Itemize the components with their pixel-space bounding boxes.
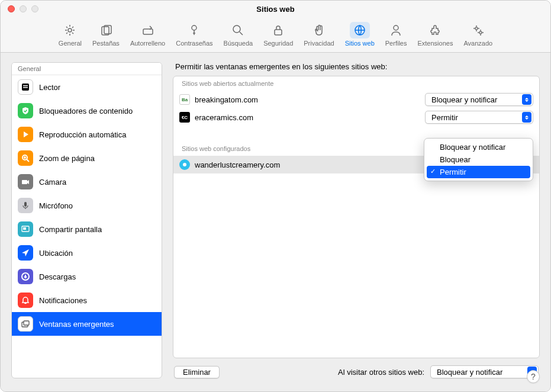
dropdown-option[interactable]: Bloquear xyxy=(427,153,530,166)
sidebar-item-label: Reproducción automática xyxy=(39,130,126,139)
svg-rect-15 xyxy=(22,180,27,184)
svg-rect-18 xyxy=(23,227,26,230)
site-name: wanderlustcreamery.com xyxy=(195,160,420,169)
default-policy-label: Al visitar otros sitios web: xyxy=(338,368,424,377)
sidebar-item-ventanas[interactable]: Ventanas emergentes xyxy=(12,312,162,336)
sidebar-item-descargas[interactable]: Descargas xyxy=(12,265,162,288)
sidebar-item-label: Lector xyxy=(39,83,60,92)
sidebar-item-reproduccion[interactable]: Reproducción automática xyxy=(12,123,162,146)
svg-point-5 xyxy=(233,25,240,33)
descargas-icon xyxy=(18,269,33,284)
open-site-row[interactable]: €Ceraceramics.comPermitir xyxy=(173,108,539,126)
permission-popup[interactable]: Permitir xyxy=(425,111,533,124)
sidebar-item-ubicacion[interactable]: Ubicación xyxy=(12,241,162,265)
svg-rect-16 xyxy=(24,202,27,207)
lector-icon xyxy=(18,79,33,95)
tab-avanzado[interactable]: Avanzado xyxy=(459,21,497,52)
ventanas-icon xyxy=(18,316,33,332)
tab-seguridad[interactable]: Seguridad xyxy=(259,21,297,52)
main-heading: Permitir las ventanas emergentes en los … xyxy=(173,62,540,71)
zoom-icon xyxy=(18,150,33,166)
hand-icon xyxy=(312,24,326,37)
sidebar-item-microfono[interactable]: Micrófono xyxy=(12,194,162,217)
sidebar-item-label: Zoom de página xyxy=(39,154,95,163)
key-icon xyxy=(188,24,201,37)
dropdown-option[interactable]: Permitir xyxy=(427,166,530,178)
gears-icon xyxy=(472,24,485,37)
svg-point-0 xyxy=(68,28,72,32)
updown-caret-icon xyxy=(522,112,531,123)
sidebar-item-zoom[interactable]: Zoom de página xyxy=(12,146,162,170)
puzzle-icon xyxy=(428,24,442,37)
toolbar: General Pestañas Autorrelleno Contraseña… xyxy=(1,17,550,53)
sidebar-list: LectorBloqueadores de contenidoReproducc… xyxy=(12,75,162,336)
ubicacion-icon xyxy=(18,245,33,261)
globe-icon xyxy=(353,24,366,37)
svg-rect-6 xyxy=(275,30,282,35)
sidebar-item-label: Compartir pantalla xyxy=(39,225,102,234)
tab-perfiles[interactable]: Perfiles xyxy=(381,21,411,52)
sidebar: General LectorBloqueadores de contenidoR… xyxy=(11,62,162,378)
microfono-icon xyxy=(18,198,33,213)
tab-extensiones[interactable]: Extensiones xyxy=(413,21,457,52)
body: General LectorBloqueadores de contenidoR… xyxy=(1,53,550,391)
reproduccion-icon xyxy=(18,127,33,142)
compartir-icon xyxy=(18,221,33,237)
svg-rect-3 xyxy=(143,29,153,34)
sidebar-item-bloqueadores[interactable]: Bloqueadores de contenido xyxy=(12,99,162,123)
tab-pestanas[interactable]: Pestañas xyxy=(88,21,124,52)
svg-point-10 xyxy=(479,31,482,34)
sidebar-item-label: Cámara xyxy=(39,178,66,187)
dropdown-option[interactable]: Bloquear y notificar xyxy=(427,141,530,153)
sidebar-header: General xyxy=(12,63,162,75)
camara-icon xyxy=(18,174,33,189)
tab-sitiosweb[interactable]: Sitios web xyxy=(341,21,379,52)
sidebar-item-label: Notificaciones xyxy=(39,296,87,305)
main-panel: Permitir las ventanas emergentes en los … xyxy=(173,62,540,378)
svg-point-9 xyxy=(475,27,478,30)
favicon-icon: Ba xyxy=(179,94,190,105)
sidebar-item-compartir[interactable]: Compartir pantalla xyxy=(12,217,162,241)
tab-autorrelleno[interactable]: Autorrelleno xyxy=(126,21,169,52)
help-button[interactable]: ? xyxy=(527,370,540,383)
bloqueadores-icon xyxy=(18,103,33,118)
lock-icon xyxy=(272,24,285,37)
notificaciones-icon xyxy=(18,293,33,308)
sidebar-item-lector[interactable]: Lector xyxy=(12,75,162,99)
sidebar-item-label: Ventanas emergentes xyxy=(39,320,114,329)
websites-list: Sitios web abiertos actualmente Babreaki… xyxy=(173,76,540,358)
site-name: eraceramics.com xyxy=(195,113,420,122)
sidebar-item-label: Bloqueadores de contenido xyxy=(39,107,133,115)
sidebar-item-label: Ubicación xyxy=(39,249,73,258)
updown-caret-icon xyxy=(522,94,531,105)
open-sites-header: Sitios web abiertos actualmente xyxy=(173,76,539,91)
titlebar: Sitios web xyxy=(1,1,550,17)
svg-rect-12 xyxy=(23,85,28,86)
tab-busqueda[interactable]: Búsqueda xyxy=(220,21,257,52)
sidebar-item-camara[interactable]: Cámara xyxy=(12,170,162,194)
preferences-window: Sitios web General Pestañas Autorrelleno… xyxy=(0,0,551,392)
open-site-row[interactable]: Babreakingatom.comBloquear y notificar xyxy=(173,91,539,108)
permission-dropdown-menu[interactable]: Bloquear y notificarBloquearPermitir xyxy=(424,138,533,181)
favicon-icon: €C xyxy=(179,112,190,123)
svg-point-4 xyxy=(192,25,196,30)
window-title: Sitios web xyxy=(1,5,550,14)
sidebar-item-notificaciones[interactable]: Notificaciones xyxy=(12,288,162,312)
tabs-icon xyxy=(99,24,112,37)
sidebar-item-label: Micrófono xyxy=(39,201,73,210)
search-icon xyxy=(231,24,244,37)
tab-general[interactable]: General xyxy=(54,21,86,52)
svg-rect-13 xyxy=(23,87,28,88)
pencil-rect-icon xyxy=(141,24,154,37)
footer-controls: Eliminar Al visitar otros sitios web: Bl… xyxy=(173,363,540,378)
permission-popup[interactable]: Bloquear y notificar xyxy=(425,93,533,106)
remove-button[interactable]: Eliminar xyxy=(174,366,220,378)
sidebar-item-label: Descargas xyxy=(39,272,76,281)
svg-point-8 xyxy=(394,25,398,30)
tab-contrasenas[interactable]: Contraseñas xyxy=(172,21,217,52)
site-name: breakingatom.com xyxy=(195,95,420,104)
default-policy-popup[interactable]: Bloquear y notificar xyxy=(430,365,539,378)
person-icon xyxy=(389,24,402,37)
gear-icon xyxy=(63,24,76,37)
tab-privacidad[interactable]: Privacidad xyxy=(299,21,338,52)
